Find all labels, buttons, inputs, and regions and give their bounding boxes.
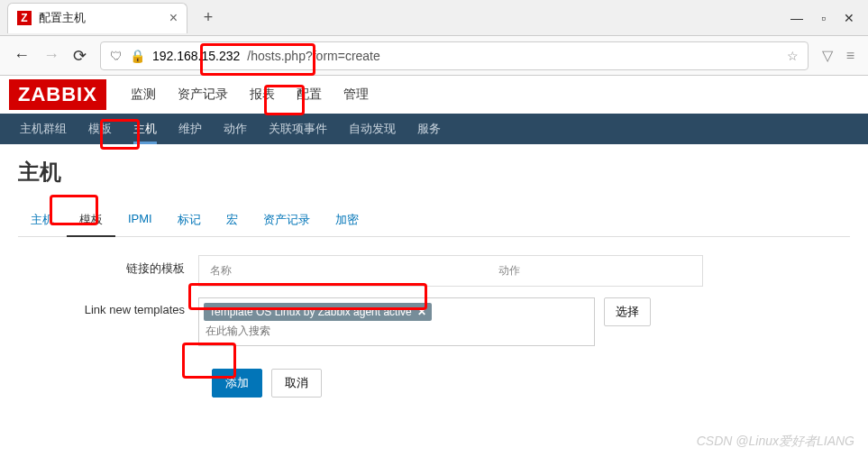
tab-macros[interactable]: 宏 — [214, 205, 251, 236]
browser-tab[interactable]: Z 配置主机 × — [7, 3, 187, 33]
col-name: 名称 — [199, 256, 488, 286]
minimize-icon[interactable]: — — [790, 11, 803, 25]
template-tag: Template OS Linux by Zabbix agent active… — [204, 303, 432, 321]
new-tab-button[interactable]: + — [195, 8, 222, 27]
window-controls: — ▫ ✕ — [790, 11, 868, 25]
star-icon[interactable]: ☆ — [787, 49, 799, 63]
subnav-actions[interactable]: 动作 — [213, 114, 258, 144]
subnav-maintenance[interactable]: 维护 — [168, 114, 213, 144]
tab-templates[interactable]: 模板 — [67, 205, 115, 237]
remove-tag-icon[interactable]: ✕ — [417, 306, 426, 318]
menu-monitoring[interactable]: 监测 — [120, 78, 167, 112]
top-menu: 监测 资产记录 报表 配置 管理 — [120, 78, 379, 112]
forward-icon: → — [43, 46, 59, 65]
url-host: 192.168.15.232 — [152, 49, 240, 63]
reload-icon[interactable]: ⟳ — [73, 46, 87, 66]
back-icon[interactable]: ← — [14, 46, 30, 65]
url-path: /hosts.php?form=create — [247, 49, 379, 63]
close-window-icon[interactable]: ✕ — [844, 11, 854, 25]
lock-icon[interactable]: 🔒 — [130, 49, 145, 63]
page-content: 主机 主机 模板 IPMI 标记 宏 资产记录 加密 链接的模板 名称 动作 L… — [0, 144, 868, 411]
maximize-icon[interactable]: ▫ — [821, 11, 826, 25]
tab-assets[interactable]: 资产记录 — [251, 205, 323, 236]
app-header: ZABBIX 监测 资产记录 报表 配置 管理 — [0, 76, 868, 114]
template-search-input[interactable] — [204, 321, 589, 341]
tab-ipmi[interactable]: IPMI — [115, 205, 165, 236]
menu-configuration[interactable]: 配置 — [286, 78, 333, 112]
browser-toolbar: ← → ⟳ 🛡 🔒 192.168.15.232/hosts.php?form=… — [0, 36, 868, 76]
browser-tab-bar: Z 配置主机 × + — ▫ ✕ — [0, 0, 868, 36]
tab-tags[interactable]: 标记 — [165, 205, 214, 236]
form-tabs: 主机 模板 IPMI 标记 宏 资产记录 加密 — [18, 205, 850, 237]
page-title: 主机 — [18, 158, 850, 187]
menu-icon[interactable]: ≡ — [846, 48, 854, 64]
add-button[interactable]: 添加 — [212, 369, 262, 398]
subnav-hostgroups[interactable]: 主机群组 — [9, 114, 78, 144]
pocket-icon[interactable]: ▽ — [822, 47, 833, 64]
url-bar[interactable]: 🛡 🔒 192.168.15.232/hosts.php?form=create… — [100, 41, 809, 70]
col-action: 动作 — [488, 256, 531, 286]
linked-templates-row: 链接的模板 名称 动作 — [18, 255, 850, 287]
cancel-button[interactable]: 取消 — [271, 369, 322, 398]
menu-administration[interactable]: 管理 — [333, 78, 379, 112]
shield-icon[interactable]: 🛡 — [110, 49, 123, 63]
favicon: Z — [17, 11, 32, 25]
tab-title: 配置主机 — [39, 10, 162, 26]
zabbix-logo[interactable]: ZABBIX — [9, 79, 106, 110]
link-new-row: Link new templates Template OS Linux by … — [18, 297, 850, 346]
linked-templates-table: 名称 动作 — [198, 255, 703, 287]
menu-inventory[interactable]: 资产记录 — [167, 78, 239, 112]
subnav-correlation[interactable]: 关联项事件 — [258, 114, 338, 144]
tab-encryption[interactable]: 加密 — [323, 205, 371, 236]
template-multiselect[interactable]: Template OS Linux by Zabbix agent active… — [198, 297, 595, 346]
subnav-templates[interactable]: 模板 — [78, 114, 123, 144]
subnav-services[interactable]: 服务 — [407, 114, 452, 144]
menu-reports[interactable]: 报表 — [239, 78, 286, 112]
sub-nav: 主机群组 模板 主机 维护 动作 关联项事件 自动发现 服务 — [0, 114, 868, 144]
template-tag-text: Template OS Linux by Zabbix agent active — [209, 306, 412, 318]
subnav-discovery[interactable]: 自动发现 — [338, 114, 407, 144]
subnav-hosts[interactable]: 主机 — [123, 114, 168, 144]
select-button[interactable]: 选择 — [604, 297, 651, 326]
link-new-label: Link new templates — [18, 297, 198, 316]
watermark: CSDN @Linux爱好者LIANG — [697, 434, 854, 450]
tab-host[interactable]: 主机 — [18, 205, 67, 236]
close-icon[interactable]: × — [169, 10, 178, 26]
form-actions: 添加 取消 — [212, 369, 850, 398]
linked-templates-label: 链接的模板 — [18, 255, 198, 277]
